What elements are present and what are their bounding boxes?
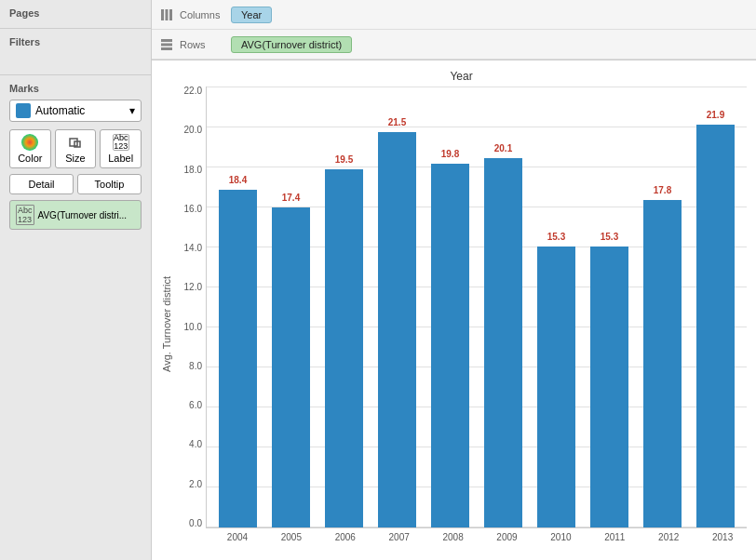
marks-section: Marks Automatic ▾ Color Size Abc123 Labe…: [0, 75, 151, 237]
bars-container: 18.417.419.521.519.820.115.315.317.821.9: [207, 87, 747, 527]
x-label: 2011: [590, 528, 639, 551]
bar[interactable]: 17.4: [272, 207, 310, 527]
shelves-area: Columns Year Rows AVG(Turnover district): [152, 0, 756, 60]
y-tick: 20.0: [176, 126, 206, 135]
marks-type-dropdown[interactable]: Automatic ▾: [9, 100, 142, 122]
filters-section: Filters: [0, 29, 151, 75]
chart-inner: Year 0.02.04.06.08.010.012.014.016.018.0…: [176, 70, 747, 551]
bar[interactable]: 19.8: [431, 164, 469, 527]
bar-group[interactable]: 15.3: [533, 87, 580, 527]
bar-chart-icon: [16, 103, 31, 118]
columns-shelf: Columns Year: [152, 0, 756, 30]
svg-rect-2: [161, 9, 164, 20]
y-tick: 10.0: [176, 323, 206, 332]
y-tick: 16.0: [176, 205, 206, 214]
y-tick: 14.0: [176, 244, 206, 253]
x-label: 2005: [267, 528, 316, 551]
y-tick: 2.0: [176, 480, 206, 489]
bar-group[interactable]: 15.3: [586, 87, 633, 527]
x-label: 2006: [321, 528, 370, 551]
x-labels: 2004200520062007200820092010201120122013: [206, 528, 747, 551]
label-icon: Abc123: [113, 134, 129, 151]
columns-label: Columns: [180, 9, 231, 20]
x-label: 2010: [536, 528, 585, 551]
bar[interactable]: 17.8: [643, 200, 682, 527]
bar-group[interactable]: 19.5: [320, 87, 368, 527]
rows-avg-pill[interactable]: AVG(Turnover district): [231, 36, 352, 53]
y-tick: 0.0: [176, 519, 206, 528]
size-label: Size: [65, 153, 85, 164]
y-tick: 6.0: [176, 401, 206, 410]
bar-group[interactable]: 19.8: [426, 87, 474, 527]
label-label: Label: [108, 153, 133, 164]
x-label: 2008: [429, 528, 478, 551]
tooltip-label: Tooltip: [95, 179, 125, 190]
pages-section: Pages: [0, 0, 151, 29]
bars-grid: 18.417.419.521.519.820.115.315.317.821.9: [206, 87, 747, 528]
bar[interactable]: 21.9: [696, 125, 735, 527]
color-label: Color: [18, 153, 42, 164]
abc-123-icon: Abc123: [16, 205, 34, 225]
bar-value-label: 21.9: [707, 110, 724, 120]
y-ticks: 0.02.04.06.08.010.012.014.016.018.020.02…: [176, 87, 206, 551]
chart-title: Year: [176, 70, 747, 83]
bar-group[interactable]: 20.1: [479, 87, 527, 527]
pages-label: Pages: [9, 7, 142, 19]
rows-shelf: Rows AVG(Turnover district): [152, 30, 756, 60]
x-label: 2007: [375, 528, 424, 551]
y-tick: 18.0: [176, 166, 206, 175]
bar-value-label: 20.1: [494, 143, 512, 153]
rows-label: Rows: [180, 39, 231, 50]
bar-value-label: 19.5: [335, 154, 353, 165]
bar[interactable]: 19.5: [325, 169, 363, 527]
svg-rect-6: [161, 43, 172, 46]
bar-group[interactable]: 21.9: [692, 87, 739, 527]
bar[interactable]: 20.1: [484, 158, 522, 527]
tooltip-button[interactable]: Tooltip: [77, 174, 142, 194]
svg-rect-4: [169, 9, 172, 20]
bar-value-label: 19.8: [441, 149, 459, 159]
bar-value-label: 15.3: [601, 232, 618, 242]
avg-pill-label: AVG(Turnover distri...: [38, 210, 128, 220]
svg-rect-0: [70, 139, 77, 146]
y-axis-label: Avg. Turnover district: [161, 70, 172, 551]
x-label: 2004: [213, 528, 262, 551]
detail-button[interactable]: Detail: [9, 174, 74, 194]
dropdown-arrow-icon: ▾: [129, 104, 135, 117]
bar-group[interactable]: 21.5: [373, 87, 421, 527]
detail-label: Detail: [28, 179, 54, 190]
y-tick: 4.0: [176, 440, 206, 449]
x-label: 2009: [483, 528, 532, 551]
svg-rect-5: [161, 39, 172, 42]
bars-area: 18.417.419.521.519.820.115.315.317.821.9…: [206, 87, 747, 551]
color-button[interactable]: Color: [9, 129, 51, 168]
bar[interactable]: 18.4: [219, 190, 257, 527]
size-button[interactable]: Size: [55, 129, 97, 168]
y-tick: 22.0: [176, 87, 206, 96]
y-tick: 12.0: [176, 283, 206, 292]
bar[interactable]: 21.5: [378, 132, 416, 527]
bar[interactable]: 15.3: [590, 247, 628, 527]
bar-value-label: 15.3: [547, 232, 565, 242]
columns-year-pill[interactable]: Year: [231, 7, 272, 23]
x-label: 2013: [698, 528, 747, 551]
avg-turnover-pill[interactable]: Abc123 AVG(Turnover distri...: [9, 200, 142, 230]
marks-btn-row: Detail Tooltip: [9, 174, 142, 194]
marks-buttons-grid: Color Size Abc123 Label: [9, 129, 142, 168]
marks-type-label: Automatic: [35, 104, 85, 117]
rows-icon: [159, 37, 174, 52]
bar-value-label: 18.4: [229, 175, 247, 185]
y-tick: 8.0: [176, 362, 206, 371]
bar-group[interactable]: 17.4: [267, 87, 315, 527]
chart-area: Avg. Turnover district Year 0.02.04.06.0…: [152, 60, 756, 560]
chart-content: 0.02.04.06.08.010.012.014.016.018.020.02…: [176, 87, 747, 551]
bar-group[interactable]: 17.8: [639, 87, 686, 527]
svg-rect-3: [166, 9, 169, 20]
bar[interactable]: 15.3: [537, 247, 575, 527]
bar-group[interactable]: 18.4: [214, 87, 262, 527]
label-button[interactable]: Abc123 Label: [100, 129, 142, 168]
svg-rect-7: [161, 47, 172, 50]
bar-value-label: 21.5: [388, 117, 406, 127]
sidebar: Pages Filters Marks Automatic ▾ Color Si…: [0, 0, 152, 560]
filters-label: Filters: [9, 36, 142, 47]
